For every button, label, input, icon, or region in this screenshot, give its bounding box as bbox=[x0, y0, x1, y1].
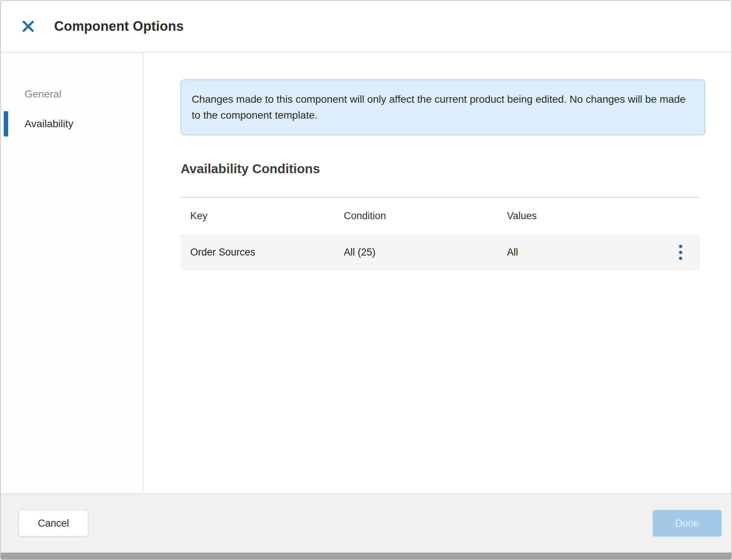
done-button[interactable]: Done bbox=[653, 510, 722, 537]
column-header-condition: Condition bbox=[344, 210, 507, 222]
sidebar-item-label: Availability bbox=[24, 118, 73, 130]
sidebar-item-availability[interactable]: Availability bbox=[1, 109, 143, 139]
modal-header: Component Options bbox=[1, 1, 731, 53]
row-cell-condition: All (25) bbox=[344, 247, 507, 258]
row-menu-cell bbox=[672, 242, 700, 263]
close-x-glyph bbox=[22, 20, 34, 33]
page-bottom-edge bbox=[1, 553, 731, 559]
info-banner-text: Changes made to this component will only… bbox=[192, 93, 686, 121]
component-options-modal: Component Options General Availability C… bbox=[0, 0, 732, 560]
row-cell-key: Order Sources bbox=[181, 247, 344, 258]
kebab-dot bbox=[679, 257, 682, 260]
table-row: Order Sources All (25) All bbox=[181, 235, 700, 270]
info-banner: Changes made to this component will only… bbox=[181, 79, 705, 135]
main-content: Changes made to this component will only… bbox=[144, 53, 731, 493]
availability-conditions-table: Key Condition Values Order Sources All (… bbox=[181, 197, 700, 270]
sidebar-item-label: General bbox=[24, 88, 62, 100]
cancel-button[interactable]: Cancel bbox=[19, 510, 88, 537]
kebab-dot bbox=[679, 245, 682, 248]
kebab-menu-icon[interactable] bbox=[672, 242, 689, 263]
close-icon[interactable] bbox=[20, 18, 36, 34]
row-cell-values: All bbox=[507, 247, 672, 258]
modal-body: General Availability Changes made to thi… bbox=[1, 53, 731, 493]
sidebar-item-general[interactable]: General bbox=[1, 79, 143, 109]
section-title: Availability Conditions bbox=[181, 161, 705, 176]
column-header-values: Values bbox=[507, 210, 674, 222]
modal-footer: Cancel Done bbox=[1, 493, 731, 553]
kebab-dot bbox=[679, 251, 682, 254]
table-header-row: Key Condition Values bbox=[181, 198, 700, 235]
column-header-key: Key bbox=[181, 210, 344, 222]
sidebar: General Availability bbox=[1, 53, 144, 493]
page-title: Component Options bbox=[54, 19, 184, 34]
